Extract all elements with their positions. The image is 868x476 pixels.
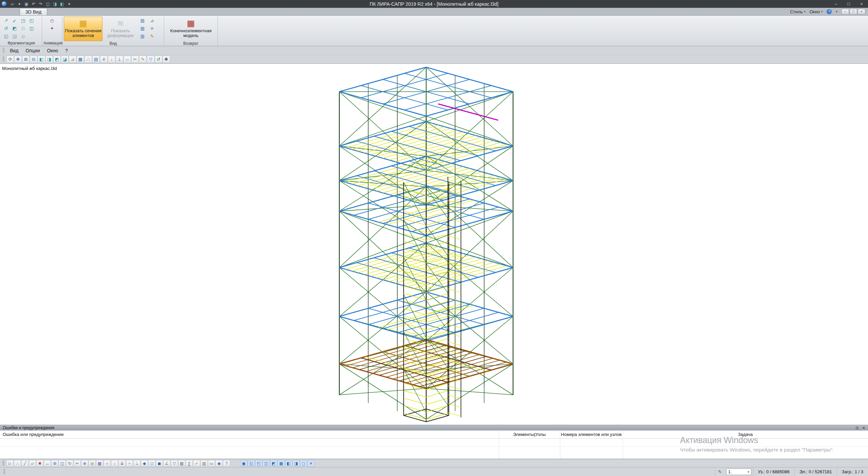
toolbar-grip[interactable]: [3, 57, 4, 62]
axis-cut-icon[interactable]: ◲: [11, 32, 19, 40]
front-view-icon[interactable]: ◧: [38, 56, 45, 63]
node-load-icon[interactable]: ↓: [111, 460, 118, 466]
section-icon[interactable]: ✂: [131, 56, 139, 63]
nodes-icon[interactable]: ∴: [84, 56, 92, 63]
cascade-windows-icon[interactable]: ◱: [248, 460, 255, 466]
select-icon[interactable]: ▷: [6, 460, 14, 466]
column-divider[interactable]: [560, 431, 560, 459]
window-menu[interactable]: Окно ▾: [810, 9, 823, 14]
temperature-load-icon[interactable]: ≈: [126, 460, 133, 466]
menu-vid[interactable]: Вид: [6, 47, 22, 54]
record-animation-icon[interactable]: ✦: [48, 24, 56, 32]
filter-icon[interactable]: ▽: [147, 56, 154, 63]
help-icon[interactable]: ?: [223, 460, 230, 466]
mirror-icon[interactable]: ◫: [59, 460, 66, 466]
restore-model-icon[interactable]: ↺: [2, 24, 10, 32]
support-icon[interactable]: ⊥: [133, 460, 140, 466]
bar-load-icon[interactable]: ⇊: [118, 460, 126, 466]
edit-mode-icon[interactable]: ✎: [715, 468, 724, 476]
app-logo-icon[interactable]: [1, 1, 7, 7]
menu-okno[interactable]: Окно: [43, 47, 61, 54]
snap-icon[interactable]: ◎: [89, 460, 96, 466]
hidden-lines-icon[interactable]: ▥: [138, 32, 147, 40]
structure-3d-model[interactable]: [331, 64, 528, 424]
view-3d-icon[interactable]: ◩: [270, 460, 277, 466]
column-header-error[interactable]: Ошибка или предупреждение: [0, 432, 499, 437]
info-icon[interactable]: ◉: [215, 460, 223, 466]
statusbar-grip[interactable]: [3, 469, 5, 475]
angle-icon[interactable]: ∠: [163, 460, 170, 466]
fragment-cube2-icon[interactable]: ◰: [27, 17, 36, 24]
copy-icon[interactable]: ⊞: [51, 460, 58, 466]
delete-icon[interactable]: ✖: [36, 460, 43, 466]
annotate-icon[interactable]: ✎: [148, 32, 156, 40]
group-icon[interactable]: ◻: [148, 460, 155, 466]
check-icon[interactable]: ✓: [193, 460, 200, 466]
plane-fragment-icon[interactable]: ◫: [27, 24, 36, 32]
local-axes-icon[interactable]: ⊿: [148, 17, 156, 24]
elements-icon[interactable]: ▤: [92, 56, 100, 63]
polyfilter-icon[interactable]: ▽: [171, 460, 178, 466]
top-view-icon[interactable]: ◩: [53, 56, 61, 63]
zoom-window-icon[interactable]: ⊞: [22, 56, 30, 63]
load-case-select[interactable]: 1. ▾: [726, 469, 751, 475]
refresh-icon[interactable]: ↺: [155, 56, 162, 63]
dock-icon[interactable]: ⊡: [856, 426, 859, 430]
rigid-body-icon[interactable]: ◆: [141, 460, 148, 466]
child-close-button[interactable]: ×: [858, 9, 865, 14]
rotate-view-icon[interactable]: ⟳: [6, 56, 14, 63]
redo-icon[interactable]: ↷: [37, 1, 44, 7]
show-sections-button[interactable]: ▦ Показать сечения элементов: [64, 17, 102, 41]
move-icon[interactable]: ↔: [44, 460, 51, 466]
print-icon[interactable]: ▭: [208, 460, 215, 466]
axes-icon[interactable]: ⊿: [69, 56, 76, 63]
fullscreen-icon[interactable]: ▢: [300, 460, 307, 466]
close-panel-icon[interactable]: ✕: [862, 426, 865, 430]
report-icon[interactable]: ▥: [201, 460, 208, 466]
shading-icon[interactable]: ▧: [138, 24, 147, 32]
fe-model-button[interactable]: ▦ Конечноэлементная модель: [166, 17, 216, 41]
child-minimize-button[interactable]: –: [842, 9, 849, 14]
toolbar-grip[interactable]: [3, 48, 4, 53]
section-plane-icon[interactable]: ◇: [19, 32, 27, 40]
new-file-icon[interactable]: ▱: [9, 1, 16, 7]
minimize-button[interactable]: –: [829, 0, 842, 8]
hinge-icon[interactable]: ○: [103, 460, 111, 466]
paint-icon[interactable]: ✎: [139, 56, 147, 63]
box-select-icon[interactable]: □: [19, 24, 27, 32]
merge-icon[interactable]: ⊕: [81, 460, 88, 466]
loads-icon[interactable]: ↓: [108, 56, 115, 63]
close-view-icon[interactable]: ✕: [307, 460, 315, 466]
help-icon[interactable]: ?: [827, 9, 832, 14]
toolbar-grip[interactable]: [3, 461, 4, 466]
split-window-icon[interactable]: ◫: [263, 460, 270, 466]
qat-more-icon[interactable]: ▾: [66, 1, 73, 7]
options-icon[interactable]: ✱: [163, 56, 170, 63]
pan-view-icon[interactable]: ✥: [14, 56, 22, 63]
supports-icon[interactable]: ⊥: [116, 56, 123, 63]
zoom-out-icon[interactable]: ⊟: [30, 56, 37, 63]
tab-3d-view[interactable]: 3D Вид: [20, 8, 47, 15]
fragment-up-icon[interactable]: ↗: [2, 17, 10, 24]
export-icon[interactable]: ◨: [52, 1, 58, 7]
pack-model-icon[interactable]: ◫: [44, 1, 51, 7]
fragment-cube-icon[interactable]: ◳: [19, 17, 27, 24]
column-header-numbers[interactable]: Номера элементов или узлов: [560, 432, 623, 437]
split-icon[interactable]: ✂: [74, 460, 81, 466]
invert-fragment-icon[interactable]: ◩: [11, 24, 19, 32]
grid-icon[interactable]: ▦: [77, 56, 84, 63]
open-menu-icon[interactable]: ▾: [16, 1, 23, 7]
measure-icon[interactable]: ↔: [124, 56, 131, 63]
add-plate-icon[interactable]: ▱: [29, 460, 36, 466]
undo-icon[interactable]: ↶: [30, 1, 37, 7]
clip-icon[interactable]: ◱: [2, 32, 10, 40]
ungroup-icon[interactable]: ◼: [156, 460, 163, 466]
menu-opcii[interactable]: Опции: [22, 47, 43, 54]
animation-icon[interactable]: ◴: [48, 17, 56, 24]
numbers-display-icon[interactable]: ≡: [148, 24, 156, 32]
ribbon-collapse-icon[interactable]: ▾: [836, 10, 837, 13]
side-view-icon[interactable]: ◨: [45, 56, 53, 63]
child-restore-button[interactable]: □: [850, 9, 857, 14]
column-divider[interactable]: [623, 431, 623, 459]
add-node-icon[interactable]: ∴: [14, 460, 21, 466]
